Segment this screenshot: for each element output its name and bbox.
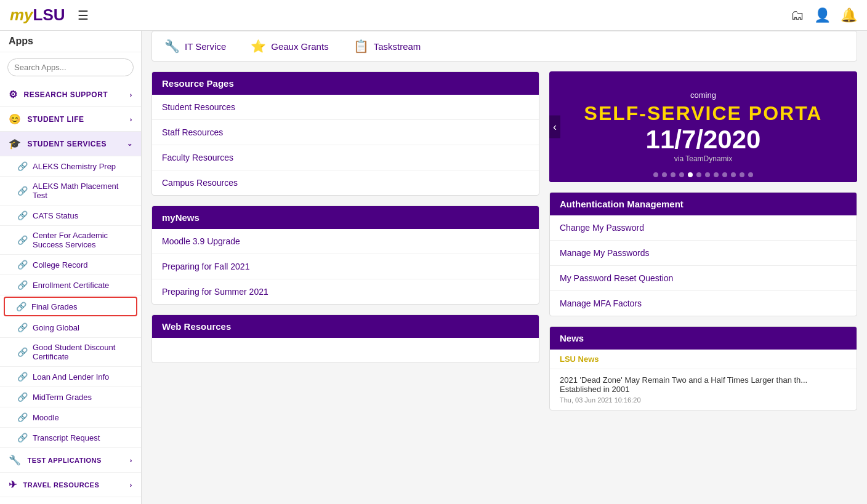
- auth-management-card: Authentication Management Change My Pass…: [549, 192, 857, 316]
- sidebar-item-label: Going Global: [33, 323, 79, 332]
- sidebar-item-travel-resources[interactable]: ✈ TRAVEL RESOURCES ›: [0, 473, 141, 497]
- mynews-body: Moodle 3.9 Upgrade Preparing for Fall 20…: [152, 229, 539, 304]
- link-prep-summer[interactable]: Preparing for Summer 2021: [152, 279, 539, 304]
- sidebar-item-aleks-math[interactable]: 🔗 ALEKS Math Placement Test: [0, 177, 141, 206]
- sidebar-item-moodle[interactable]: 🔗 Moodle: [0, 407, 141, 428]
- link-icon: 🔗: [17, 260, 28, 270]
- sidebar-item-label: MidTerm Grades: [33, 393, 92, 402]
- dot-6[interactable]: [696, 172, 701, 177]
- dot-1[interactable]: [653, 172, 658, 177]
- resource-pages-body: Student Resources Staff Resources Facult…: [152, 95, 539, 195]
- sidebar-item-label: ALEKS Chemistry Prep: [33, 162, 116, 171]
- sidebar-item-research-support[interactable]: ⚙ RESEARCH SUPPORT ›: [0, 82, 141, 107]
- user-icon[interactable]: 👤: [814, 7, 831, 23]
- dot-5[interactable]: [688, 172, 693, 177]
- logo-lsu: LSU: [33, 6, 65, 25]
- news-header: News: [550, 327, 857, 350]
- hamburger-button[interactable]: ☰: [78, 8, 89, 23]
- link-password-reset[interactable]: My Password Reset Question: [550, 266, 857, 291]
- sidebar-item-center-academic[interactable]: 🔗 Center For Academic Success Services: [0, 226, 141, 255]
- app-bar: 🔧 IT Service ⭐ Geaux Grants 📋 Taskstream: [151, 31, 857, 62]
- briefcase-icon[interactable]: 🗂: [791, 7, 804, 23]
- link-staff-resources[interactable]: Staff Resources: [152, 120, 539, 145]
- link-student-resources[interactable]: Student Resources: [152, 95, 539, 120]
- link-icon: 🔗: [17, 372, 28, 382]
- app-item-it-service[interactable]: 🔧 IT Service: [164, 39, 226, 54]
- app-item-geaux-grants[interactable]: ⭐ Geaux Grants: [251, 39, 328, 54]
- sidebar-item-final-grades[interactable]: 🔗 Final Grades: [4, 297, 137, 316]
- travel-icon: ✈: [9, 479, 17, 490]
- chevron-right-icon: ›: [130, 91, 132, 98]
- dot-9[interactable]: [722, 172, 727, 177]
- chevron-down-icon: ⌄: [127, 140, 133, 148]
- dot-10[interactable]: [731, 172, 736, 177]
- sidebar-item-label: RESEARCH SUPPORT: [24, 90, 108, 99]
- news-article: 2021 'Dead Zone' May Remain Two and a Ha…: [550, 369, 857, 410]
- sidebar-item-test-applications[interactable]: 🔧 TEST APPLICATIONS ›: [0, 448, 141, 473]
- sidebar-item-label: College Record: [33, 260, 88, 270]
- link-change-password[interactable]: Change My Password: [550, 215, 857, 241]
- sidebar-item-label: ALEKS Math Placement Test: [33, 182, 132, 200]
- hero-banner: ‹ coming SELF-SERVICE PORTA 11/7/2020 vi…: [549, 71, 857, 182]
- dot-7[interactable]: [705, 172, 710, 177]
- student-life-icon: 😊: [9, 113, 22, 125]
- sidebar-item-label: STUDENT SERVICES: [28, 140, 107, 148]
- chevron-right-icon: ›: [130, 481, 132, 489]
- sidebar: Apps ⚙ RESEARCH SUPPORT › 😊 STUDENT LIFE…: [0, 31, 142, 504]
- link-prep-fall[interactable]: Preparing for Fall 2021: [152, 254, 539, 279]
- sidebar-item-loan-lender[interactable]: 🔗 Loan And Lender Info: [0, 367, 141, 387]
- left-column: Resource Pages Student Resources Staff R…: [151, 71, 539, 420]
- logo[interactable]: myLSU: [10, 6, 65, 25]
- wrench-icon: 🔧: [164, 39, 180, 54]
- dot-2[interactable]: [662, 172, 667, 177]
- sidebar-item-cats-status[interactable]: 🔗 CATS Status: [0, 206, 141, 226]
- app-item-label: Geaux Grants: [271, 41, 328, 52]
- dot-12[interactable]: [748, 172, 753, 177]
- hero-via: via TeamDynamix: [584, 154, 823, 163]
- link-icon: 🔗: [17, 186, 28, 196]
- main-content: 🔧 IT Service ⭐ Geaux Grants 📋 Taskstream…: [142, 31, 867, 504]
- link-icon: 🔗: [17, 210, 28, 220]
- sidebar-item-good-student[interactable]: 🔗 Good Student Discount Certificate: [0, 338, 141, 367]
- student-services-icon: 🎓: [9, 138, 22, 150]
- header-icons: 🗂 👤 🔔: [791, 7, 857, 23]
- bell-icon[interactable]: 🔔: [841, 7, 857, 23]
- test-apps-icon: 🔧: [9, 454, 22, 466]
- dot-4[interactable]: [679, 172, 684, 177]
- banner-prev-button[interactable]: ‹: [549, 116, 560, 138]
- link-manage-passwords[interactable]: Manage My Passwords: [550, 241, 857, 266]
- sidebar-item-aleks-chem[interactable]: 🔗 ALEKS Chemistry Prep: [0, 156, 141, 177]
- web-resources-body: [152, 338, 539, 362]
- sidebar-item-enrollment-cert[interactable]: 🔗 Enrollment Certificate: [0, 275, 141, 295]
- sidebar-item-student-services[interactable]: 🎓 STUDENT SERVICES ⌄: [0, 132, 141, 156]
- sidebar-item-college-record[interactable]: 🔗 College Record: [0, 255, 141, 275]
- sidebar-item-midterm-grades[interactable]: 🔗 MidTerm Grades: [0, 387, 141, 407]
- link-moodle-upgrade[interactable]: Moodle 3.9 Upgrade: [152, 229, 539, 254]
- link-icon: 🔗: [17, 347, 28, 357]
- dot-11[interactable]: [740, 172, 744, 177]
- sidebar-item-going-global[interactable]: 🔗 Going Global: [0, 318, 141, 338]
- banner-dots: [549, 167, 857, 182]
- sidebar-item-label: Transcript Request: [33, 433, 100, 442]
- search-input[interactable]: [7, 58, 134, 76]
- sidebar-item-transcript[interactable]: 🔗 Transcript Request: [0, 428, 141, 448]
- news-card: News LSU News 2021 'Dead Zone' May Remai…: [549, 326, 857, 410]
- dot-8[interactable]: [714, 172, 719, 177]
- sidebar-item-student-life[interactable]: 😊 STUDENT LIFE ›: [0, 107, 141, 132]
- top-header: myLSU ☰ 🗂 👤 🔔: [0, 0, 867, 31]
- link-faculty-resources[interactable]: Faculty Resources: [152, 145, 539, 170]
- link-icon: 🔗: [17, 280, 28, 290]
- link-icon: 🔗: [17, 161, 28, 171]
- link-icon: 🔗: [17, 412, 28, 422]
- link-campus-resources[interactable]: Campus Resources: [152, 170, 539, 195]
- app-item-taskstream[interactable]: 📋 Taskstream: [353, 39, 421, 54]
- layout: Apps ⚙ RESEARCH SUPPORT › 😊 STUDENT LIFE…: [0, 31, 867, 504]
- app-item-label: IT Service: [185, 41, 226, 52]
- coming-text: coming: [584, 90, 823, 100]
- news-body: LSU News 2021 'Dead Zone' May Remain Two…: [550, 350, 857, 410]
- link-manage-mfa[interactable]: Manage MFA Factors: [550, 291, 857, 316]
- app-item-label: Taskstream: [374, 41, 421, 52]
- dot-3[interactable]: [671, 172, 675, 177]
- sidebar-item-label: Loan And Lender Info: [33, 372, 109, 382]
- news-tag: LSU News: [550, 350, 609, 369]
